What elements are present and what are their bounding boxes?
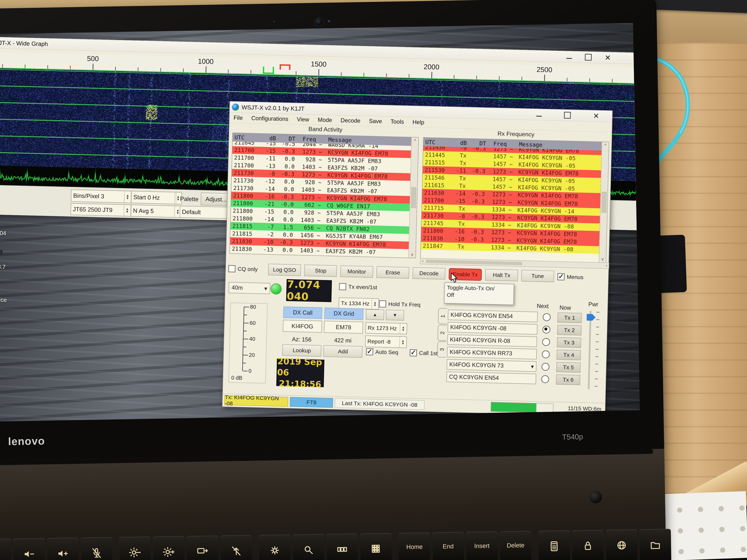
ruler-tick [341,72,341,76]
erase-button[interactable]: Erase [377,266,409,278]
tx-message-field[interactable]: KI4FOG KC9YGN RR73 [447,347,537,359]
key-f5[interactable]: F5 [119,536,151,560]
meter-tick [244,315,247,315]
auto-seq-checkbox[interactable]: Auto Seq [366,348,398,356]
key-f3[interactable]: F3 [47,538,79,560]
close-button[interactable]: ✕ [593,112,599,120]
tx-5-button[interactable]: Tx 5 [556,362,581,373]
next-radio[interactable] [542,325,550,334]
band-select[interactable]: 40m▾ [228,282,270,294]
tx-1-button[interactable]: Tx 1 [558,313,582,323]
cq-only-checkbox[interactable]: CQ only [228,265,265,273]
close-button[interactable]: ✕ [604,54,611,61]
menu-item-tools[interactable]: Tools [390,118,404,125]
key-globe[interactable] [606,529,638,560]
tx-row: KI4FOG KC9YGN R-08Tx 3 [447,335,581,348]
call-1st-checkbox[interactable]: Call 1st [410,349,438,357]
key-f6[interactable]: F6 [153,536,185,560]
minimize-button[interactable] [536,116,542,117]
menu-item-help[interactable]: Help [412,119,424,126]
minimize-button[interactable] [566,58,572,59]
tx-frequency-spinner[interactable]: Tx 1334 Hz▲▼ [339,297,379,310]
lookup-button[interactable]: Lookup [282,344,321,357]
halt-tx-button[interactable]: Halt Tx [485,269,518,281]
next-radio[interactable] [542,350,550,358]
hold-tx-freq-checkbox[interactable]: Hold Tx Freq [379,300,420,308]
key-f4[interactable]: F4 [81,537,113,560]
decode-button[interactable]: Decode [413,267,445,279]
rx-frequency-marker[interactable] [263,66,274,74]
column-header: Freq [486,140,507,147]
maximize-button[interactable] [564,112,571,119]
menu-item-file[interactable]: File [233,114,243,121]
key-end[interactable]: End [432,532,464,560]
tx-6-button[interactable]: Tx 6 [556,374,580,385]
key-f9[interactable]: F9 [259,534,291,560]
jt65-jt9-split-spinner[interactable]: JT65 2500 JT9▲▼ [71,203,131,216]
tx-3-button[interactable]: Tx 3 [557,337,581,348]
next-radio[interactable] [541,375,549,383]
frequency-display: 7.074 040 [286,279,332,302]
power-slider-handle[interactable] [587,314,596,321]
log-qso-button[interactable]: Log QSO [268,264,301,276]
tx-4-button[interactable]: Tx 4 [557,350,581,360]
desktop-icon-handshake[interactable]: larq 4.3.7 [0,244,12,271]
tx-message-field[interactable]: KI4FOG KC9YGN EN54 [448,310,538,322]
menu-item-view[interactable]: View [297,116,309,123]
report-spinner[interactable]: Report -8▲▼ [365,336,407,348]
key-f11[interactable]: F11 [326,534,358,560]
laptop-model-label: T540p [562,433,583,441]
monitor-button[interactable]: Monitor [340,266,373,278]
volume-down-icon [23,548,35,560]
menu-item-configurations[interactable]: Configurations [251,115,288,123]
menu-item-save[interactable]: Save [369,118,382,125]
message-tab-1[interactable]: 1 [438,308,447,324]
menu-item-mode[interactable]: Mode [318,116,332,124]
add-button[interactable]: Add [323,345,362,357]
tx-message-field[interactable]: KI4FOG KC9YGN -08 [447,322,538,335]
menu-item-decode[interactable]: Decode [340,117,361,124]
tooltip: Toggle Auto-Tx On/Off [444,282,514,305]
maximize-button[interactable] [585,54,592,60]
menus-checkbox[interactable]: Menus [558,273,584,281]
key-folder[interactable] [639,529,671,560]
next-radio[interactable] [543,313,550,321]
key-f7[interactable]: F7 [186,536,218,560]
stop-button[interactable]: Stop [304,265,337,277]
message-tab-3[interactable]: 3 [437,341,446,357]
key-insert[interactable]: Insert [466,531,498,560]
desktop-icon-radio-app[interactable]: igi 4.1.04 [0,210,12,237]
key-delete[interactable]: Delete [500,531,532,560]
key-home[interactable]: Home [398,532,431,560]
key-f1[interactable]: F1 [0,538,11,560]
tx-message-field[interactable]: KI4FOG KC9YGN R-08 [447,335,537,347]
rx-frequency-spinner[interactable]: Rx 1273 Hz▲▼ [365,322,407,334]
n-avg-spinner[interactable]: N Avg 5▲▼ [131,205,182,218]
tx-even-checkbox[interactable]: Tx even/1st [339,283,377,291]
key-f8[interactable]: F8 [220,535,252,560]
freq-down-button[interactable]: ▼ [386,310,404,321]
tx-2-button[interactable]: Tx 2 [557,325,582,336]
start-hz-spinner[interactable]: Start 0 Hz▲▼ [131,191,182,205]
settings-gear-icon [269,544,281,557]
next-radio[interactable] [542,338,550,346]
tx-message-field[interactable]: CQ KC9YGN EN54 [446,372,536,384]
dx-call-field[interactable]: KI4FOG [283,320,322,332]
key-f2[interactable]: F2 [13,538,45,560]
key-calculator[interactable] [538,530,570,560]
tune-button[interactable]: Tune [521,270,554,282]
desktop-icon-document[interactable]: LibreOffice6.2 [0,277,11,310]
bins-per-pixel-spinner[interactable]: Bins/Pixel 3▲▼ [71,189,132,203]
key-f10[interactable]: F10 [292,534,325,560]
key-label: End [432,542,464,550]
key-lock[interactable] [572,530,604,560]
tx-frequency-marker[interactable] [280,64,290,70]
message-tab-2[interactable]: 2 [438,325,447,341]
freq-up-button[interactable]: ▲ [366,309,384,320]
power-slider[interactable] [583,310,602,391]
dx-grid-field[interactable]: EM78 [324,321,363,334]
key-f12[interactable]: F12 [360,533,392,560]
tx-message-field[interactable]: KI4FOG KC9YGN 73▾ [447,359,537,372]
next-radio[interactable] [542,363,549,371]
ruler-tick [2,64,3,68]
